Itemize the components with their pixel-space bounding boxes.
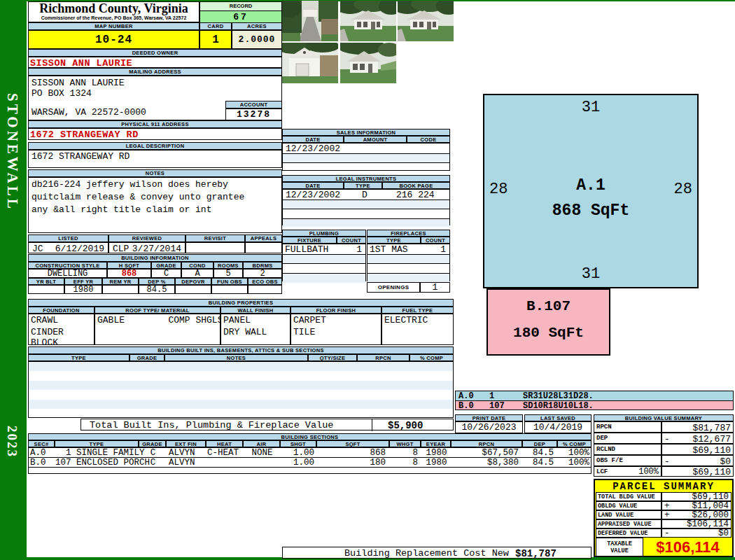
fixture-header: FIXTURE [282, 237, 337, 244]
district-label: STONEWALL [4, 93, 21, 244]
sketch-legend-b: B.0 107 SD10R18U10L18. [455, 400, 734, 410]
roof-header: ROOF TYPE/ MATERIAL [94, 307, 220, 314]
legend-b-sec: B.0 [458, 401, 474, 411]
appeals-header: APPEALS [245, 234, 282, 242]
wall-line-1: PANEL [223, 315, 251, 326]
bvs-obs-value-cell: -$0 [662, 455, 734, 466]
building-sections-header: BUILDING SECTIONS [28, 433, 592, 440]
instruments-type-header: TYPE [344, 182, 382, 189]
sketch-legend-a: A.0 1 SR31U28L31D28. [455, 391, 734, 400]
notes-line-3: any &all right title claim or int [31, 204, 211, 215]
taxable-value: $106,114 [643, 538, 732, 556]
floor-finish-header: FLOOR FINISH [290, 307, 382, 314]
bs-sqft-header: SQFT [316, 440, 389, 447]
ps-appraised-value: $106,114 [687, 519, 729, 529]
print-date-header: PRINT DATE [455, 414, 523, 421]
legal-description-value: 1672 STRANGEWAY RD [28, 150, 282, 168]
last-saved-header: LAST SAVED [524, 414, 592, 421]
revisit-header: REVISIT [186, 234, 245, 242]
physical-address-value: 1672 STRANGEWAY RD [28, 128, 282, 140]
bs-b-whgt: 8 [390, 458, 418, 468]
plumbing-row-1-count: 1 [356, 244, 362, 255]
building-section-row-b: B.0 107 ENCLOSED PORCH C ALVYN 1.00 180 … [29, 458, 591, 468]
fuel-line-1: ELECTRIC [384, 315, 428, 326]
building-information-header: BUILDING INFORMATION [28, 254, 282, 262]
sales-row-1: 12/23/2002 [283, 144, 449, 154]
taxable-label: TAXABLE VALUE [596, 538, 643, 556]
built-ins-qty-header: QTY/SIZE [308, 354, 357, 361]
bvs-dep-op: - [664, 434, 670, 444]
bvs-obs-label-cell: OBS F/E [594, 455, 662, 466]
reviewed-by: CLP [113, 244, 129, 252]
sales-code-header: CODE [407, 136, 450, 143]
rooms-header: ROOMS [214, 262, 243, 269]
parcel-summary-title: PARCEL SUMMARY [595, 480, 732, 492]
mailing-line-2: PO BOX 1324 [31, 88, 92, 99]
wall-finish-header: WALL FINISH [220, 307, 290, 314]
account-header: ACCOUNT [225, 101, 282, 108]
mailing-line-3: WARSAW, VA 22572-0000 [31, 107, 146, 118]
effyr-header: EFF YR [64, 278, 102, 285]
notes-line-2: quitclaim release & convey unto grantee [31, 192, 244, 202]
bs-grade-header: GRADE [139, 440, 166, 447]
grade-value: C [151, 269, 181, 278]
floor-finish-value: CARPET TILE [290, 314, 382, 345]
replacement-cost-row: Building Replacement Cost New $81,787 [282, 547, 592, 559]
instruments-row-3 [283, 209, 449, 219]
depovr-header: DEPOVR [175, 278, 211, 285]
fireplaces-table: 1ST MAS 1 [367, 244, 450, 281]
bvs-dep-label: DEP [596, 435, 608, 442]
bs-whgt-header: WHGT [389, 440, 421, 447]
ecoobs-header: ECO OBS [248, 278, 282, 285]
property-photo-2[interactable] [340, 1, 396, 41]
cond-header: COND [181, 262, 214, 269]
reviewed-date: 3/27/2014 [132, 244, 181, 252]
property-photo-3[interactable] [398, 1, 454, 41]
bs-comp-header: % COMP [557, 440, 592, 447]
funobs-header: FUN OBS [211, 278, 248, 285]
building-value-summary-header: BUILDING VALUE SUMMARY [594, 414, 734, 421]
record-value: 67 [200, 11, 281, 22]
sales-date-header: DATE [282, 136, 344, 143]
instruments-date-header: DATE [282, 182, 344, 189]
bs-type-header: TYPE [55, 440, 139, 447]
instruments-row-4 [283, 219, 449, 227]
bvs-rpcn-value: $81,787 [692, 423, 731, 433]
bs-a-dep: 84.5 [523, 448, 554, 458]
print-date-value: 10/26/2023 [455, 421, 523, 433]
floor-line-2: TILE [293, 327, 315, 337]
ps-appraised-label: APPRAISED VALUE [596, 519, 662, 528]
ps-obldg-label: OBLDG VALUE [596, 501, 662, 510]
building-properties-header: BUILDING PROPERTIES [28, 299, 454, 307]
built-ins-total-divider [372, 419, 372, 431]
ps-obldg-op: + [664, 501, 670, 511]
legend-a-num: 1 [489, 391, 494, 401]
property-photo-1[interactable] [282, 1, 338, 41]
built-ins-total-label: Total Built Ins, Plumbing & Fireplace Va… [90, 420, 333, 430]
building-section-row-a: A.0 1 SINGLE FAMILY C ALVYN C-HEAT NONE … [29, 448, 591, 458]
acres-value: 2.0000 [232, 30, 282, 49]
ps-obldg-value: $11,004 [692, 501, 729, 511]
rooms-value: 5 [214, 269, 243, 278]
county-title: Richmond County, Virginia [29, 2, 199, 15]
bs-b-sqft: 180 [317, 458, 386, 468]
property-photo-4[interactable] [282, 43, 338, 83]
bvs-obs-op: - [664, 456, 670, 467]
taxable-row: TAXABLE VALUE $106,114 [595, 538, 732, 557]
construction-style-value: DWELLING [28, 269, 107, 278]
ps-land-value: $26,000 [692, 510, 729, 520]
property-photo-5[interactable] [340, 43, 396, 83]
ps-appraised-cell: $106,114 [662, 519, 732, 528]
instruments-table: 12/23/2002 D 216 224 [282, 189, 450, 225]
bvs-rclnd-value-cell: $69,110 [662, 444, 734, 455]
hsqft-value: 868 [107, 269, 151, 278]
building-sections-body: A.0 1 SINGLE FAMILY C ALVYN C-HEAT NONE … [28, 447, 592, 474]
sales-amount-header: AMOUNT [344, 136, 407, 143]
built-ins-comp-header: % COMP [410, 354, 454, 361]
foundation-line-1: CRAWL [31, 315, 58, 326]
bs-b-extfin: ALVYN [169, 458, 195, 468]
bs-b-shgt: 1.00 [281, 458, 314, 468]
dep-pct-header: DEP % [139, 278, 175, 285]
bs-b-sec: B.0 [30, 458, 46, 468]
bs-a-grade: C [139, 448, 167, 458]
